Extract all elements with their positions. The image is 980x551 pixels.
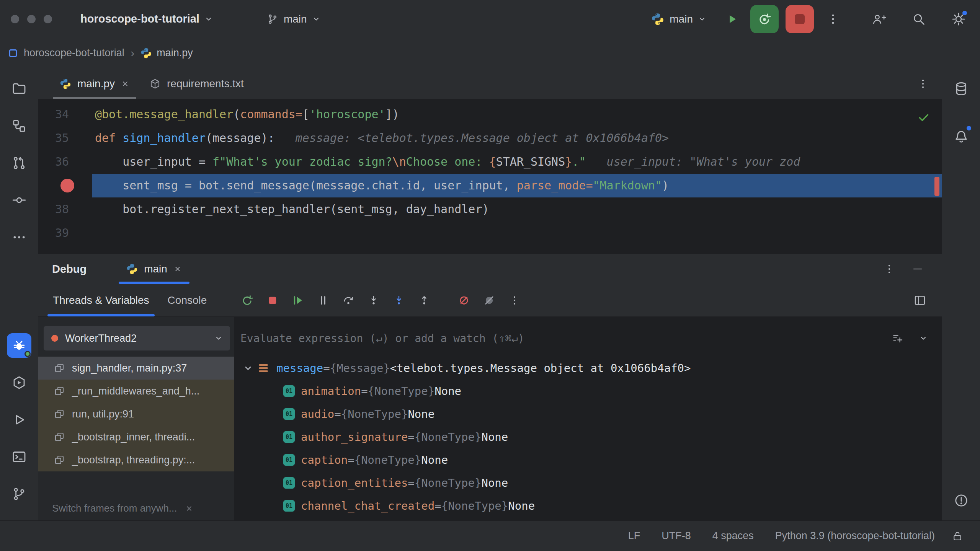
line-ending-indicator[interactable]: LF — [628, 530, 640, 542]
vcs-branch-selector[interactable]: main — [261, 9, 326, 29]
run-button[interactable] — [720, 8, 743, 31]
variable-row[interactable]: 01animation = {NoneType} None — [234, 380, 942, 403]
variable-name: channel_chat_created — [301, 499, 434, 512]
stop-process-button[interactable] — [263, 291, 282, 310]
stack-frame[interactable]: run, util.py:91 — [38, 403, 234, 425]
line-number[interactable]: 34 — [38, 103, 92, 126]
close-icon[interactable] — [173, 265, 182, 273]
variable-value: None — [508, 499, 535, 512]
debugger-more-kebab-button[interactable] — [505, 291, 524, 310]
variable-row[interactable]: 01audio = {NoneType} None — [234, 403, 942, 425]
step-into-button[interactable] — [364, 291, 383, 310]
equals-sign: = — [408, 476, 414, 489]
resume-button[interactable] — [289, 291, 307, 310]
stack-frame[interactable]: sign_handler, main.py:37 — [38, 357, 234, 380]
pycharm-window: horoscope-bot-tutorial main main — [0, 0, 980, 551]
interpreter-indicator[interactable]: Python 3.9 (horoscope-bot-tutorial) — [775, 530, 935, 542]
rerun-button[interactable] — [238, 291, 256, 310]
line-number[interactable]: 35 — [38, 126, 92, 150]
more-actions-button[interactable] — [822, 8, 844, 31]
evaluate-expression-input[interactable]: Evaluate expression (↵) or add a watch (… — [234, 326, 942, 350]
tab-label: Console — [168, 294, 207, 306]
pull-requests-tool-button[interactable] — [7, 151, 31, 175]
variable-row[interactable]: 01author_signature = {NoneType} None — [234, 425, 942, 448]
breadcrumb-project[interactable]: horoscope-bot-tutorial — [24, 47, 124, 59]
notifications-tool-button[interactable] — [949, 124, 973, 149]
encoding-indicator[interactable]: UTF-8 — [662, 530, 691, 542]
version-control-tool-button[interactable] — [7, 482, 31, 506]
structure-tool-button[interactable] — [7, 114, 31, 138]
minimize-icon[interactable] — [912, 263, 923, 275]
equals-sign: = — [323, 362, 330, 375]
window-close-button[interactable] — [11, 15, 19, 23]
variable-value: None — [408, 408, 434, 421]
stack-frame-icon — [54, 362, 65, 374]
code-text: @bot.message_handler(commands=['horoscop… — [92, 103, 942, 126]
close-icon[interactable] — [185, 504, 193, 513]
breakpoint-circle-icon — [457, 294, 470, 307]
thread-name: WorkerThread2 — [65, 333, 137, 344]
debug-tool-button[interactable] — [7, 333, 31, 358]
evaluate-placeholder: Evaluate expression (↵) or add a watch (… — [240, 332, 524, 345]
project-selector[interactable]: horoscope-bot-tutorial — [74, 9, 219, 29]
editor-tab-bar: main.py requirements.txt — [38, 68, 942, 99]
step-out-button[interactable] — [415, 291, 433, 310]
tab-console[interactable]: Console — [161, 284, 214, 316]
breakpoint-gutter[interactable] — [38, 174, 92, 197]
variable-value: None — [421, 453, 448, 466]
mute-breakpoints-button[interactable] — [480, 291, 498, 310]
variable-row[interactable]: 01caption_entities = {NoneType} None — [234, 471, 942, 494]
variable-row[interactable]: message = {Message} <telebot.types.Messa… — [234, 357, 942, 380]
stop-button[interactable] — [786, 5, 814, 33]
project-tool-button[interactable] — [7, 77, 31, 101]
step-over-button[interactable] — [339, 291, 358, 310]
stack-frame-icon — [54, 408, 65, 420]
debug-session-tab[interactable]: main — [116, 254, 192, 284]
stack-frame[interactable]: _bootstrap, threading.py:... — [38, 448, 234, 471]
view-breakpoints-button[interactable] — [455, 291, 473, 310]
tab-requirements-txt[interactable]: requirements.txt — [139, 68, 254, 99]
tab-main-py[interactable]: main.py — [50, 68, 139, 99]
tab-options-kebab-icon[interactable] — [917, 78, 929, 90]
structure-icon — [11, 118, 27, 134]
stack-frame[interactable]: _run_middlewares_and_h... — [38, 380, 234, 403]
rerun-debug-button[interactable] — [750, 5, 779, 33]
stack-frame[interactable]: _bootstrap_inner, threadi... — [38, 425, 234, 448]
search-everywhere-button[interactable] — [907, 8, 930, 31]
variable-row[interactable]: 01channel_chat_created = {NoneType} None — [234, 494, 942, 517]
add-watch-icon[interactable] — [892, 333, 903, 344]
run-tool-button[interactable] — [7, 408, 31, 432]
window-zoom-button[interactable] — [44, 15, 52, 23]
line-number[interactable]: 38 — [38, 197, 92, 221]
unlocked-icon[interactable] — [952, 530, 963, 542]
chevron-down-icon[interactable] — [920, 334, 927, 342]
tab-threads-variables[interactable]: Threads & Variables — [46, 284, 156, 316]
problems-tool-button[interactable] — [949, 488, 973, 513]
database-tool-button[interactable] — [949, 77, 973, 101]
pause-button[interactable] — [314, 291, 332, 310]
breakpoint-dot[interactable] — [60, 179, 74, 192]
line-number[interactable]: 39 — [38, 221, 92, 245]
code-editor[interactable]: 34@bot.message_handler(commands=['horosc… — [38, 99, 942, 254]
breadcrumb-file[interactable]: main.py — [157, 47, 193, 59]
line-number[interactable]: 36 — [38, 150, 92, 174]
debug-options-kebab-icon[interactable] — [884, 263, 895, 275]
settings-button[interactable] — [947, 8, 970, 31]
force-step-into-button[interactable] — [390, 291, 408, 310]
variable-row[interactable]: 01caption = {NoneType} None — [234, 448, 942, 471]
terminal-tool-button[interactable] — [7, 445, 31, 469]
inspections-ok-icon[interactable] — [917, 111, 930, 124]
variable-type: {NoneType} — [341, 408, 408, 421]
run-configuration-selector[interactable]: main — [645, 9, 712, 29]
close-icon[interactable] — [121, 80, 129, 88]
code-with-me-button[interactable] — [867, 8, 890, 31]
expand-chevron-icon[interactable] — [243, 364, 253, 373]
layout-settings-icon[interactable] — [913, 294, 926, 307]
thread-selector[interactable]: WorkerThread2 — [44, 326, 230, 350]
window-minimize-button[interactable] — [27, 15, 36, 23]
services-tool-button[interactable] — [7, 370, 31, 395]
indent-indicator[interactable]: 4 spaces — [712, 530, 754, 542]
settings-update-badge — [962, 11, 967, 15]
more-tool-windows-button[interactable] — [7, 225, 31, 249]
commit-tool-button[interactable] — [7, 188, 31, 212]
